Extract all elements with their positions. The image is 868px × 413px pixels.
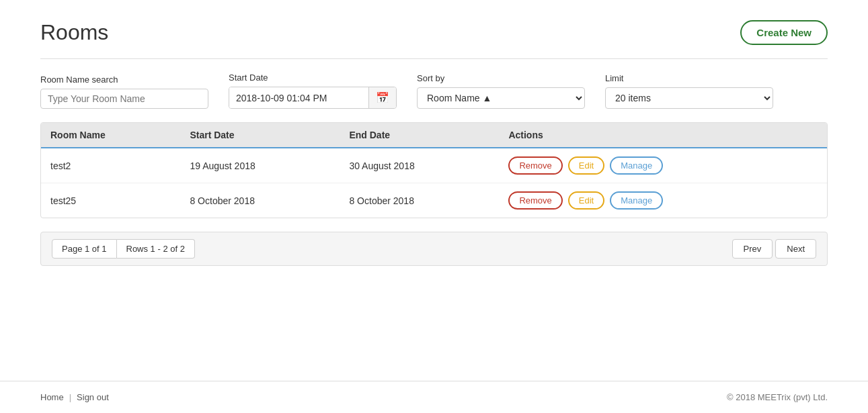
edit-button[interactable]: Edit [568,156,604,175]
table-row: test2 19 August 2018 30 August 2018 Remo… [41,148,827,183]
footer-links: Home | Sign out [40,392,109,402]
room-name-filter-group: Room Name search [40,75,208,109]
remove-button[interactable]: Remove [508,191,562,210]
next-button[interactable]: Next [775,239,816,259]
start-date-filter-group: Start Date 📅 [229,73,397,109]
col-room-name: Room Name [41,123,180,148]
home-link[interactable]: Home [40,392,64,402]
filters-row: Room Name search Start Date 📅 Sort by Ro… [40,73,828,109]
cell-end-date: 30 August 2018 [340,148,499,183]
cell-end-date: 8 October 2018 [340,183,499,218]
prev-button[interactable]: Prev [732,239,773,259]
manage-button[interactable]: Manage [610,156,663,175]
table-header-row: Room Name Start Date End Date Actions [41,123,827,148]
signout-link[interactable]: Sign out [77,392,109,402]
pagination-bar: Page 1 of 1 Rows 1 - 2 of 2 Prev Next [40,232,828,266]
footer: Home | Sign out © 2018 MEETrix (pvt) Ltd… [0,381,868,413]
date-input-wrapper: 📅 [229,87,397,109]
sort-by-filter-group: Sort by Room Name ▲ Room Name ▼ Start Da… [417,73,585,109]
sort-by-select[interactable]: Room Name ▲ Room Name ▼ Start Date ▲ Sta… [417,87,585,109]
edit-button[interactable]: Edit [568,191,604,210]
remove-button[interactable]: Remove [508,156,562,175]
pagination-nav: Prev Next [732,239,816,259]
page-title: Rooms [40,20,108,45]
pagination-info: Page 1 of 1 Rows 1 - 2 of 2 [52,239,195,259]
table-row: test25 8 October 2018 8 October 2018 Rem… [41,183,827,218]
header-divider [40,58,828,59]
cell-room-name: test2 [41,148,180,183]
rooms-table-container: Room Name Start Date End Date Actions te… [40,122,828,218]
room-name-input[interactable] [40,89,208,109]
col-actions: Actions [499,123,827,148]
rooms-table: Room Name Start Date End Date Actions te… [41,123,827,218]
start-date-label: Start Date [229,73,397,83]
calendar-icon-button[interactable]: 📅 [368,87,396,108]
cell-actions: Remove Edit Manage [499,183,827,218]
create-new-button[interactable]: Create New [740,20,828,45]
col-end-date: End Date [340,123,499,148]
manage-button[interactable]: Manage [610,191,663,210]
page-info: Page 1 of 1 [52,239,117,259]
sort-by-label: Sort by [417,73,585,83]
footer-separator: | [69,392,71,402]
col-start-date: Start Date [180,123,340,148]
cell-start-date: 19 August 2018 [180,148,340,183]
room-name-label: Room Name search [40,75,208,85]
cell-room-name: test25 [41,183,180,218]
cell-actions: Remove Edit Manage [499,148,827,183]
rows-info: Rows 1 - 2 of 2 [117,239,195,259]
cell-start-date: 8 October 2018 [180,183,340,218]
start-date-input[interactable] [229,87,368,108]
limit-label: Limit [605,73,773,83]
limit-select[interactable]: 20 items 50 items 100 items [605,87,773,109]
limit-filter-group: Limit 20 items 50 items 100 items [605,73,773,109]
footer-copyright: © 2018 MEETrix (pvt) Ltd. [727,392,828,402]
